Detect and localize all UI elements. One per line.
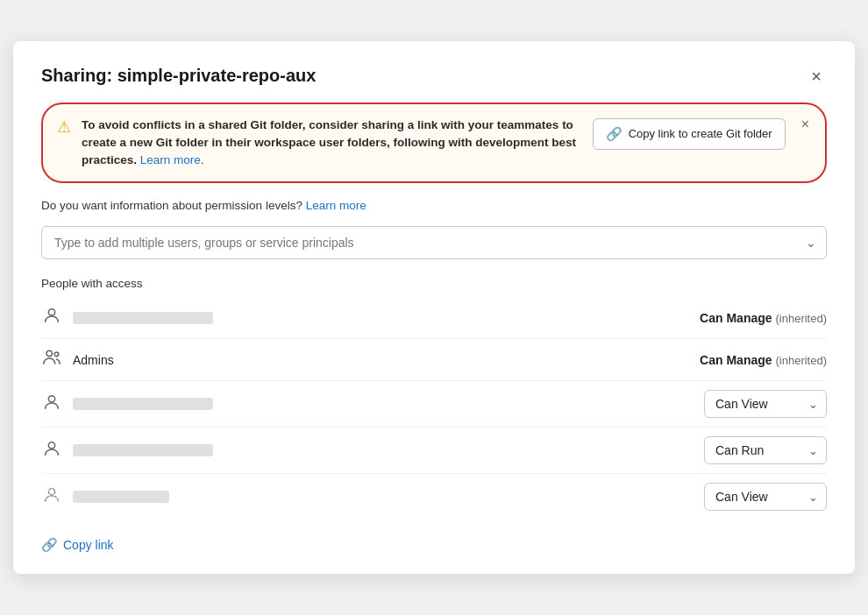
copy-git-link-button[interactable]: 🔗 Copy link to create Git folder bbox=[593, 118, 786, 150]
footer: 🔗 Copy link bbox=[41, 537, 827, 553]
list-item: Admins Can Manage (inherited) bbox=[41, 339, 827, 381]
person-name-blurred bbox=[73, 398, 213, 410]
permission-dropdown-wrapper: Can ViewCan EditCan RunCan Manage ⌄ bbox=[704, 436, 827, 464]
svg-point-2 bbox=[54, 352, 59, 357]
warning-inner: ⚠ To avoid conflicts in a shared Git fol… bbox=[57, 117, 580, 170]
info-bar: Do you want information about permission… bbox=[41, 199, 827, 212]
inherited-label: (inherited) bbox=[775, 354, 827, 367]
person-left bbox=[41, 392, 213, 416]
add-users-wrapper: ⌄ bbox=[41, 226, 827, 259]
close-button[interactable]: × bbox=[806, 66, 827, 87]
person-left bbox=[41, 485, 169, 509]
svg-point-5 bbox=[48, 489, 54, 495]
person-right: Can ViewCan EditCan RunCan Manage ⌄ bbox=[704, 436, 827, 464]
person-right: Can Manage (inherited) bbox=[700, 311, 827, 325]
list-item: Can ViewCan EditCan RunCan Manage ⌄ bbox=[41, 474, 827, 520]
svg-point-0 bbox=[48, 309, 54, 315]
person-name-blurred bbox=[73, 312, 213, 324]
person-right: Can ViewCan EditCan RunCan Manage ⌄ bbox=[704, 483, 827, 511]
warning-learn-more-link[interactable]: Learn more bbox=[140, 153, 201, 166]
svg-point-1 bbox=[46, 351, 52, 357]
person-name-blurred bbox=[73, 444, 213, 456]
modal-header: Sharing: simple-private-repo-aux × bbox=[41, 66, 827, 87]
list-item: Can Manage (inherited) bbox=[41, 297, 827, 339]
warning-period: . bbox=[201, 153, 204, 166]
permission-text: Can Manage (inherited) bbox=[700, 311, 827, 325]
info-learn-more-link[interactable]: Learn more bbox=[306, 199, 366, 212]
person-left: Admins bbox=[41, 348, 114, 371]
permission-dropdown-wrapper: Can ViewCan EditCan RunCan Manage ⌄ bbox=[704, 390, 827, 418]
person-name-blurred bbox=[73, 491, 169, 503]
permission-select[interactable]: Can ViewCan EditCan RunCan Manage bbox=[704, 390, 827, 418]
sharing-modal: Sharing: simple-private-repo-aux × ⚠ To … bbox=[13, 41, 855, 575]
person-left bbox=[41, 439, 213, 463]
permission-select[interactable]: Can ViewCan EditCan RunCan Manage bbox=[704, 483, 827, 511]
list-item: Can ViewCan EditCan RunCan Manage ⌄ bbox=[41, 428, 827, 474]
person-right: Can ViewCan EditCan RunCan Manage ⌄ bbox=[704, 390, 827, 418]
copy-link-icon: 🔗 bbox=[606, 126, 623, 142]
info-bar-text: Do you want information about permission… bbox=[41, 199, 302, 212]
permission-select[interactable]: Can ViewCan EditCan RunCan Manage bbox=[704, 436, 827, 464]
person-name: Admins bbox=[73, 353, 114, 367]
link-icon: 🔗 bbox=[41, 537, 58, 553]
list-item: Can ViewCan EditCan RunCan Manage ⌄ bbox=[41, 381, 827, 428]
person-left bbox=[41, 306, 213, 329]
warning-text: To avoid conflicts in a shared Git folde… bbox=[82, 117, 580, 170]
person-icon bbox=[41, 306, 62, 329]
person-icon bbox=[41, 439, 62, 463]
people-list: Can Manage (inherited) Admins Can Manage… bbox=[41, 297, 827, 520]
copy-link-button[interactable]: 🔗 Copy link bbox=[41, 537, 114, 553]
warning-close-button[interactable]: × bbox=[798, 117, 809, 132]
svg-point-3 bbox=[48, 396, 54, 402]
person-icon bbox=[41, 485, 62, 509]
warning-icon: ⚠ bbox=[57, 117, 71, 137]
modal-title: Sharing: simple-private-repo-aux bbox=[41, 66, 316, 86]
permission-dropdown-wrapper: Can ViewCan EditCan RunCan Manage ⌄ bbox=[704, 483, 827, 511]
people-with-access-label: People with access bbox=[41, 277, 827, 290]
permission-text: Can Manage (inherited) bbox=[700, 353, 827, 367]
copy-link-label: Copy link bbox=[63, 538, 114, 552]
copy-git-link-label: Copy link to create Git folder bbox=[629, 127, 772, 140]
inherited-label: (inherited) bbox=[775, 312, 827, 325]
person-icon bbox=[41, 392, 62, 416]
add-users-input[interactable] bbox=[41, 226, 827, 259]
svg-point-4 bbox=[48, 442, 54, 449]
warning-box: ⚠ To avoid conflicts in a shared Git fol… bbox=[41, 102, 827, 184]
person-icon bbox=[41, 348, 62, 371]
person-right: Can Manage (inherited) bbox=[700, 353, 827, 367]
